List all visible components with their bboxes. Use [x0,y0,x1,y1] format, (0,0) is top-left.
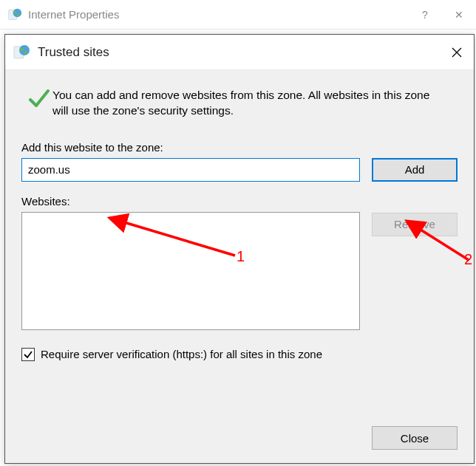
require-https-label: Require server verification (https:) for… [41,348,322,360]
dialog-body: You can add and remove websites from thi… [5,70,474,463]
remove-button: Remove [372,213,458,236]
dialog-close-button[interactable] [446,41,468,64]
checkmark-icon [21,86,52,116]
website-url-input[interactable] [21,158,360,182]
require-https-checkbox[interactable] [21,348,35,361]
websites-label: Websites: [21,195,360,208]
trusted-sites-icon [13,44,30,61]
checkmark-icon [23,349,33,360]
websites-listbox[interactable] [21,212,360,330]
add-button[interactable]: Add [372,158,458,182]
parent-close-button[interactable]: ✕ [442,0,476,29]
parent-window-titlebar: Internet Properties ? ✕ [0,0,476,30]
close-icon [452,47,462,58]
dialog-title: Trusted sites [38,45,109,60]
dialog-titlebar: Trusted sites [5,35,474,70]
close-button[interactable]: Close [372,426,458,450]
zone-description-text: You can add and remove websites from thi… [52,86,458,119]
trusted-sites-dialog: Trusted sites You can add and remove web… [4,34,475,464]
help-button[interactable]: ? [408,0,442,29]
internet-properties-icon [7,7,22,22]
add-website-label: Add this website to the zone: [21,141,458,154]
parent-window-title: Internet Properties [28,8,119,21]
